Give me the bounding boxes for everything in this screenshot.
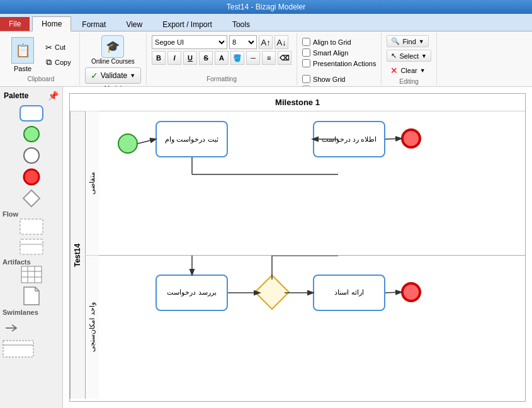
title-bar: Test14 - Bizagi Modeler <box>0 0 532 14</box>
swimlane-box[interactable] <box>3 340 60 358</box>
task-reject-notification[interactable]: اطلاه رد درخواست <box>313 121 385 157</box>
flow-section-label: Flow <box>3 210 18 218</box>
smart-align-checkbox[interactable]: Smart Align <box>302 48 376 57</box>
document-artifact[interactable] <box>23 286 40 306</box>
model-group: 🎓 Online Courses ✓ Validate ▼ Model <box>80 33 147 85</box>
find-icon: 🔍 <box>391 37 400 45</box>
swim-container: Test14 متقاضی ثبت درخواست وام <box>70 111 525 399</box>
artifacts-section-label: Artifacts <box>3 258 31 266</box>
circle-shape[interactable] <box>22 125 41 144</box>
lane-2-label: واحد امکان‌سنجی <box>85 256 99 399</box>
svg-line-23 <box>385 292 401 293</box>
title-text: Test14 - Bizagi Modeler <box>227 3 305 11</box>
ribbon-tabs: File Home Format View Export / Import To… <box>0 14 532 31</box>
validate-button[interactable]: ✓ Validate ▼ <box>85 67 141 84</box>
online-courses-button[interactable]: 🎓 Online Courses <box>91 35 135 65</box>
find-dropdown-icon[interactable]: ▼ <box>419 38 424 45</box>
editing-group: 🔍 Find ▼ ↖ Select ▼ ✕ Clear ▼ Editing <box>382 33 437 85</box>
ribbon: 📋 Paste ✂ Cut ⧉ Copy Clipboard 🎓 Online … <box>0 31 532 87</box>
show-grid-checkbox[interactable]: Show Grid <box>302 75 363 83</box>
online-courses-icon: 🎓 <box>101 35 124 58</box>
validate-dropdown-icon[interactable]: ▼ <box>130 72 135 79</box>
select-icon: ↖ <box>391 52 397 60</box>
clipboard-group: 📋 Paste ✂ Cut ⧉ Copy Clipboard <box>3 33 80 85</box>
empty-circle-shape[interactable] <box>22 146 41 165</box>
presentation-actions-checkbox[interactable]: Presentation Actions <box>302 59 376 67</box>
tab-tools[interactable]: Tools <box>223 17 259 31</box>
cut-icon: ✂ <box>43 42 54 52</box>
tab-home[interactable]: Home <box>32 16 71 31</box>
strikethrough-button[interactable]: S <box>199 51 213 65</box>
tab-export-import[interactable]: Export / Import <box>153 17 222 31</box>
svg-rect-5 <box>20 219 43 234</box>
end-event-shape[interactable] <box>22 167 41 186</box>
end-event-2[interactable] <box>401 282 421 302</box>
underline-button[interactable]: U <box>183 51 197 65</box>
align-button[interactable]: ≡ <box>262 51 276 65</box>
font-grow-button[interactable]: A↑ <box>259 35 273 49</box>
paste-icon: 📋 <box>11 37 34 64</box>
svg-point-1 <box>24 127 39 142</box>
svg-line-18 <box>385 139 401 139</box>
rounded-rect-shape[interactable] <box>19 105 44 122</box>
font-size-select[interactable]: 8 <box>229 35 257 49</box>
svg-rect-13 <box>3 341 33 357</box>
diagram-container: Milestone 1 Test14 متقاضی ثبت د <box>69 93 526 402</box>
flow-dashed-box[interactable] <box>19 218 44 235</box>
tab-file[interactable]: File <box>0 17 30 31</box>
palette-pin-button[interactable]: 📌 <box>48 91 59 101</box>
canvas-area[interactable]: Milestone 1 Test14 متقاضی ثبت د <box>63 87 532 408</box>
validate-checkmark-icon: ✓ <box>91 71 98 81</box>
paste-button[interactable]: 📋 Paste <box>8 36 38 74</box>
select-dropdown-icon[interactable]: ▼ <box>421 53 427 59</box>
cut-button[interactable]: ✂ Cut <box>40 40 74 54</box>
line-style-button[interactable]: ─ <box>246 51 260 65</box>
main-area: Palette 📌 <box>0 87 532 408</box>
lane-2: واحد امکان‌سنجی بررسد درخواست ارائه اسنا… <box>85 256 525 399</box>
end-event-1[interactable] <box>401 128 421 149</box>
palette-sidebar: Palette 📌 <box>0 87 63 408</box>
tab-format[interactable]: Format <box>72 17 115 31</box>
tab-view[interactable]: View <box>116 17 152 31</box>
task-review-request[interactable]: بررسد درخواست <box>156 275 228 311</box>
milestone-label: Milestone 1 <box>70 94 525 111</box>
svg-rect-0 <box>20 106 43 121</box>
swimlane-arrow[interactable] <box>3 321 60 335</box>
task-provide-docs[interactable]: ارائه اسناد <box>313 275 385 311</box>
clear-icon: ✕ <box>390 65 398 76</box>
svg-line-15 <box>138 139 156 144</box>
table-artifact[interactable] <box>21 266 42 283</box>
svg-point-3 <box>24 169 39 184</box>
lane-2-content: بررسد درخواست ارائه اسناد <box>99 256 525 399</box>
italic-button[interactable]: I <box>167 51 181 65</box>
formatting-group: Segoe UI 8 A↑ A↓ B I U S A 🪣 ─ ≡ ⌫ Forma… <box>147 33 297 85</box>
lane-1-label: متقاضی <box>85 111 99 255</box>
svg-rect-8 <box>21 266 42 283</box>
copy-button[interactable]: ⧉ Copy <box>40 55 74 69</box>
find-button[interactable]: 🔍 Find ▼ <box>387 35 428 47</box>
font-shrink-button[interactable]: A↓ <box>274 35 288 49</box>
diamond-shape[interactable] <box>22 189 41 208</box>
start-event-1[interactable] <box>118 133 138 154</box>
svg-point-2 <box>24 148 39 163</box>
eraser-button[interactable]: ⌫ <box>278 51 291 65</box>
lane-1: متقاضی ثبت درخواست وام اطلاه رد درخواست <box>85 111 525 256</box>
swimlanes-section-label: Swimlanes <box>3 309 38 316</box>
flow-shape2[interactable] <box>19 238 44 256</box>
svg-rect-6 <box>20 239 43 254</box>
copy-icon: ⧉ <box>43 57 54 67</box>
clear-dropdown-icon[interactable]: ▼ <box>420 67 426 74</box>
gateway-1[interactable] <box>254 274 290 310</box>
font-color-button[interactable]: A <box>215 51 229 65</box>
fill-color-button[interactable]: 🪣 <box>230 51 244 65</box>
svg-marker-4 <box>23 190 40 207</box>
align-to-grid-checkbox[interactable]: Align to Grid <box>302 38 376 46</box>
select-button[interactable]: ↖ Select ▼ <box>387 50 431 62</box>
bold-button[interactable]: B <box>152 51 166 65</box>
clear-button[interactable]: ✕ Clear ▼ <box>387 64 429 77</box>
pool-label: Test14 <box>70 111 85 399</box>
lane-1-content: ثبت درخواست وام اطلاه رد درخواست <box>99 111 525 255</box>
font-family-select[interactable]: Segoe UI <box>152 35 227 49</box>
task-register-loan[interactable]: ثبت درخواست وام <box>156 121 228 157</box>
lanes-container: متقاضی ثبت درخواست وام اطلاه رد درخواست <box>85 111 525 399</box>
